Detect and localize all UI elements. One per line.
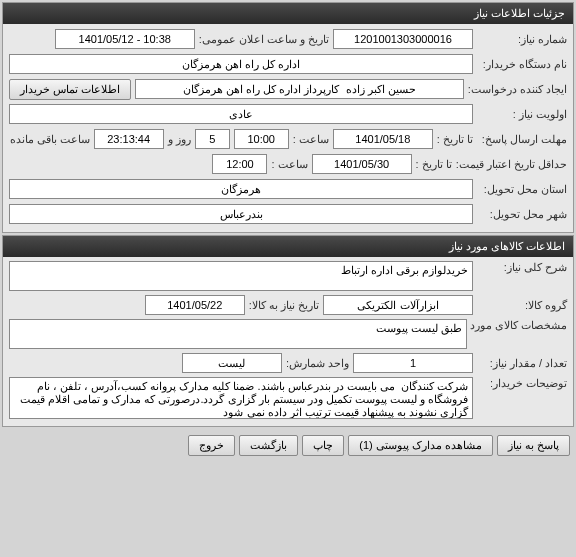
city-input[interactable] — [9, 204, 473, 224]
province-label: استان محل تحویل: — [477, 183, 567, 196]
valid-time-label: ساعت : — [271, 158, 307, 171]
reply-days-input[interactable] — [195, 129, 230, 149]
buyer-org-input[interactable] — [9, 54, 473, 74]
goods-spec-textarea[interactable] — [9, 319, 467, 349]
buyer-notes-textarea[interactable] — [9, 377, 473, 419]
priority-input[interactable] — [9, 104, 473, 124]
qty-input[interactable] — [353, 353, 473, 373]
need-no-label: شماره نیاز: — [477, 33, 567, 46]
buyer-org-label: نام دستگاه خریدار: — [477, 58, 567, 71]
exit-button[interactable]: خروج — [188, 435, 235, 456]
reply-date-input[interactable] — [333, 129, 433, 149]
reply-time-input[interactable] — [234, 129, 289, 149]
reply-button[interactable]: پاسخ به نیاز — [497, 435, 570, 456]
goods-group-label: گروه کالا: — [477, 299, 567, 312]
attachments-button[interactable]: مشاهده مدارک پیوستی (1) — [348, 435, 493, 456]
valid-to-label: تا تاریخ : — [416, 158, 452, 171]
valid-time-input[interactable] — [212, 154, 267, 174]
need-details-panel: جزئیات اطلاعات نیاز شماره نیاز: تاریخ و … — [2, 2, 574, 233]
reply-days-suffix: روز و — [168, 133, 191, 146]
desc-textarea[interactable] — [9, 261, 473, 291]
panel-header-2: اطلاعات کالاهای مورد نیاز — [3, 236, 573, 257]
goods-info-panel: اطلاعات کالاهای مورد نیاز شرح کلی نیاز: … — [2, 235, 574, 427]
need-date-label: تاریخ نیاز به کالا: — [249, 299, 319, 312]
reply-deadline-label: مهلت ارسال پاسخ: — [477, 133, 567, 146]
unit-label: واحد شمارش: — [286, 357, 349, 370]
qty-label: تعداد / مقدار نیاز: — [477, 357, 567, 370]
need-no-input[interactable] — [333, 29, 473, 49]
requester-input[interactable] — [135, 79, 464, 99]
print-button[interactable]: چاپ — [302, 435, 344, 456]
contact-buyer-button[interactable]: اطلاعات تماس خریدار — [9, 79, 131, 100]
reply-time-label: ساعت : — [293, 133, 329, 146]
city-label: شهر محل تحویل: — [477, 208, 567, 221]
requester-label: ایجاد کننده درخواست: — [468, 83, 567, 96]
province-input[interactable] — [9, 179, 473, 199]
panel-header-1: جزئیات اطلاعات نیاز — [3, 3, 573, 24]
unit-input[interactable] — [182, 353, 282, 373]
announce-date-input[interactable] — [55, 29, 195, 49]
valid-deadline-label: حداقل تاریخ اعتبار قیمت: — [456, 158, 567, 171]
desc-label: شرح کلی نیاز: — [477, 261, 567, 274]
need-date-input[interactable] — [145, 295, 245, 315]
buyer-notes-label: توضیحات خریدار: — [477, 377, 567, 390]
reply-remain-suffix: ساعت باقی مانده — [10, 133, 90, 146]
goods-spec-label: مشخصات کالای مورد نیاز: — [471, 319, 567, 332]
announce-date-label: تاریخ و ساعت اعلان عمومی: — [199, 33, 329, 46]
goods-group-input[interactable] — [323, 295, 473, 315]
back-button[interactable]: بازگشت — [239, 435, 298, 456]
reply-remain-input[interactable] — [94, 129, 164, 149]
valid-date-input[interactable] — [312, 154, 412, 174]
priority-label: اولویت نیاز : — [477, 108, 567, 121]
reply-to-label: تا تاریخ : — [437, 133, 473, 146]
footer-toolbar: پاسخ به نیاز مشاهده مدارک پیوستی (1) چاپ… — [0, 429, 576, 462]
